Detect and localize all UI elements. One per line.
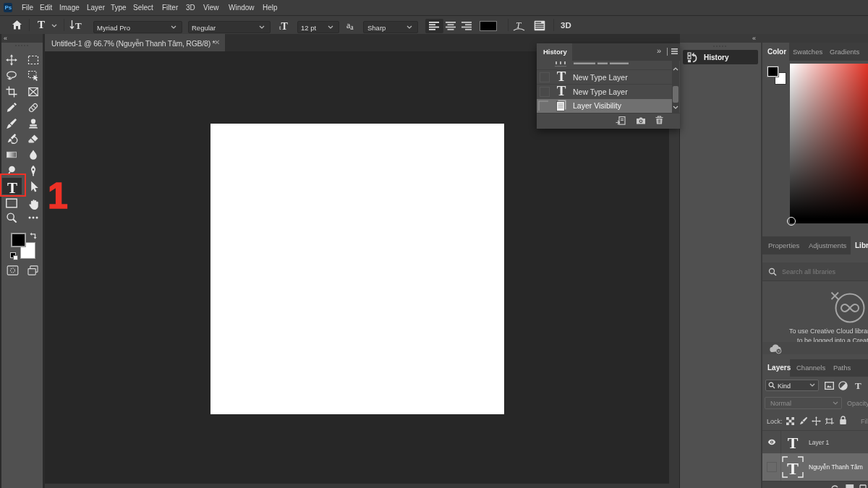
svg-text:T: T [75, 20, 82, 31]
svg-text:T: T [557, 83, 566, 98]
svg-text:T: T [788, 434, 799, 452]
svg-text:T: T [787, 459, 799, 478]
svg-text:T: T [557, 69, 566, 84]
